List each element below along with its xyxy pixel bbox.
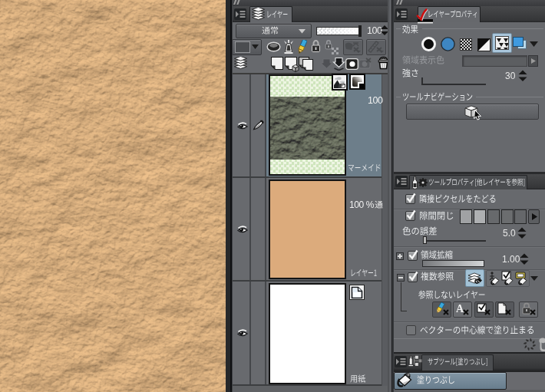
- svg-text:A: A: [456, 303, 464, 315]
